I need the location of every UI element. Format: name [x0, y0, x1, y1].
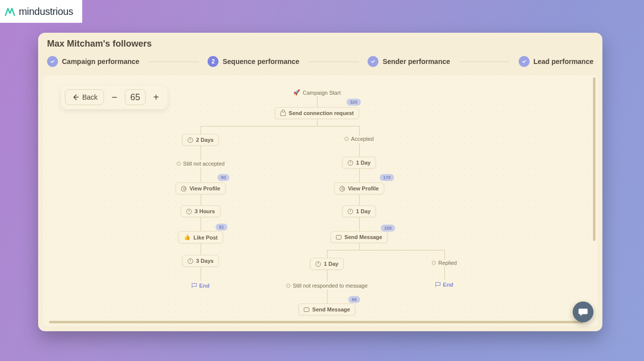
- count-badge: 66: [348, 296, 360, 303]
- connector: [327, 270, 327, 282]
- dot-icon: [286, 284, 290, 288]
- node-send-connection[interactable]: Send connection request: [275, 107, 359, 119]
- node-like-post[interactable]: 👍 Like Post: [178, 231, 223, 243]
- connector: [317, 96, 318, 107]
- vertical-scrollbar[interactable]: [593, 77, 595, 241]
- connector: [201, 146, 201, 160]
- condition-label: Replied: [438, 260, 457, 266]
- connector: [359, 217, 360, 231]
- node-delay-1-day-a[interactable]: 1 Day: [342, 157, 376, 169]
- node-delay-2-days[interactable]: 2 Days: [182, 134, 219, 146]
- node-label: Send Message: [344, 234, 382, 240]
- thumbs-up-icon: 👍: [184, 234, 191, 241]
- clock-icon: [188, 137, 193, 143]
- eye-icon: [339, 186, 345, 191]
- step-number-badge: 2: [208, 56, 218, 67]
- node-label: 1 Day: [324, 261, 338, 267]
- node-delay-1-day-c[interactable]: 1 Day: [310, 258, 344, 270]
- connector: [201, 243, 201, 255]
- connector: [359, 126, 360, 136]
- connector: [444, 267, 445, 280]
- sequence-flow: 🚀 Campaign Start Send connection request…: [43, 75, 597, 326]
- dot-icon: [432, 261, 436, 265]
- brand-name: mindustrious: [19, 6, 73, 17]
- node-label: View Profile: [189, 185, 220, 191]
- connector: [327, 290, 327, 303]
- node-label: Send Message: [312, 306, 350, 312]
- mail-icon: [336, 235, 341, 240]
- step-sequence-performance[interactable]: 2 Sequence performance: [208, 56, 299, 67]
- flow-start-label: Campaign Start: [303, 90, 340, 96]
- flag-icon: [192, 283, 197, 288]
- connector: [359, 194, 360, 205]
- mail-icon: [304, 307, 309, 312]
- step-sender-performance[interactable]: Sender performance: [368, 56, 450, 67]
- page-title: Max Mitcham's followers: [38, 33, 602, 52]
- support-chat-button[interactable]: [573, 301, 593, 322]
- step-separator: [308, 61, 359, 62]
- step-label: Sequence performance: [222, 58, 299, 65]
- node-delay-3-hours[interactable]: 3 Hours: [181, 205, 220, 217]
- check-icon: [368, 56, 378, 67]
- node-view-profile-right[interactable]: View Profile: [334, 182, 384, 194]
- node-label: 3 Hours: [195, 208, 215, 214]
- condition-label: Accepted: [351, 136, 374, 142]
- count-badge: 80: [217, 174, 229, 181]
- condition-label: Still not accepted: [183, 161, 225, 167]
- rocket-icon: 🚀: [293, 89, 300, 96]
- node-delay-1-day-b[interactable]: 1 Day: [342, 205, 376, 217]
- step-label: Campaign performance: [62, 58, 139, 65]
- brand-mark-icon: [4, 5, 16, 17]
- person-plus-icon: [280, 111, 286, 116]
- node-label: 3 Days: [196, 258, 214, 264]
- eye-icon: [181, 186, 186, 191]
- count-badge: 320: [346, 99, 361, 106]
- connector: [201, 267, 201, 281]
- node-delay-3-days[interactable]: 3 Days: [182, 255, 219, 267]
- clock-icon: [348, 160, 353, 166]
- node-label: Send connection request: [289, 110, 354, 116]
- flag-icon: [435, 282, 440, 287]
- count-badge: 159: [380, 225, 395, 232]
- step-campaign-performance[interactable]: Campaign performance: [47, 56, 139, 67]
- node-send-message-b[interactable]: Send Message: [298, 303, 355, 315]
- brand-logo: mindustrious: [0, 0, 82, 23]
- step-label: Lead performance: [534, 58, 593, 65]
- end-label: End: [199, 283, 210, 289]
- node-label: 1 Day: [356, 160, 371, 166]
- node-label: 1 Day: [356, 208, 371, 214]
- clock-icon: [316, 261, 321, 267]
- step-separator: [459, 61, 510, 62]
- check-icon: [519, 56, 530, 67]
- step-lead-performance[interactable]: Lead performance: [519, 56, 593, 67]
- campaign-panel: Max Mitcham's followers Campaign perform…: [38, 33, 602, 331]
- clock-icon: [188, 258, 193, 264]
- check-icon: [47, 56, 58, 67]
- connector: [201, 168, 201, 182]
- clock-icon: [186, 209, 192, 214]
- step-separator: [148, 61, 199, 62]
- node-label: Like Post: [194, 235, 218, 241]
- node-label: 2 Days: [196, 137, 214, 143]
- stepper: Campaign performance 2 Sequence performa…: [38, 52, 602, 69]
- connector: [327, 250, 444, 250]
- node-view-profile-left[interactable]: View Profile: [175, 182, 225, 194]
- dot-icon: [177, 162, 181, 166]
- connector: [201, 217, 201, 231]
- node-send-message-a[interactable]: Send Message: [330, 231, 387, 243]
- connector: [359, 143, 360, 157]
- count-badge: 81: [215, 224, 227, 231]
- node-label: View Profile: [348, 185, 378, 191]
- step-label: Sender performance: [382, 58, 450, 65]
- flow-end-right: End: [435, 282, 453, 288]
- end-label: End: [443, 282, 453, 288]
- flow-end-left: End: [192, 283, 210, 289]
- flow-canvas[interactable]: Back − + 🚀 Campaign Start Send connectio…: [43, 75, 597, 326]
- connector: [201, 194, 201, 205]
- dot-icon: [345, 137, 349, 141]
- condition-label: Still not responded to message: [293, 283, 368, 289]
- chat-icon: [578, 306, 589, 317]
- connector: [359, 243, 360, 250]
- count-badge: 170: [379, 174, 394, 181]
- horizontal-scrollbar[interactable]: [49, 321, 584, 323]
